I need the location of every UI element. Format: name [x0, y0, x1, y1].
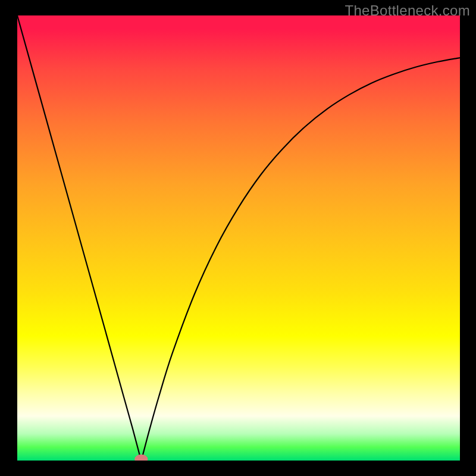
min-marker: [134, 455, 148, 461]
bottleneck-curve: [17, 15, 460, 461]
chart-frame: TheBottleneck.com: [0, 0, 476, 476]
curve-layer: [17, 15, 460, 461]
plot-area: [17, 15, 460, 461]
